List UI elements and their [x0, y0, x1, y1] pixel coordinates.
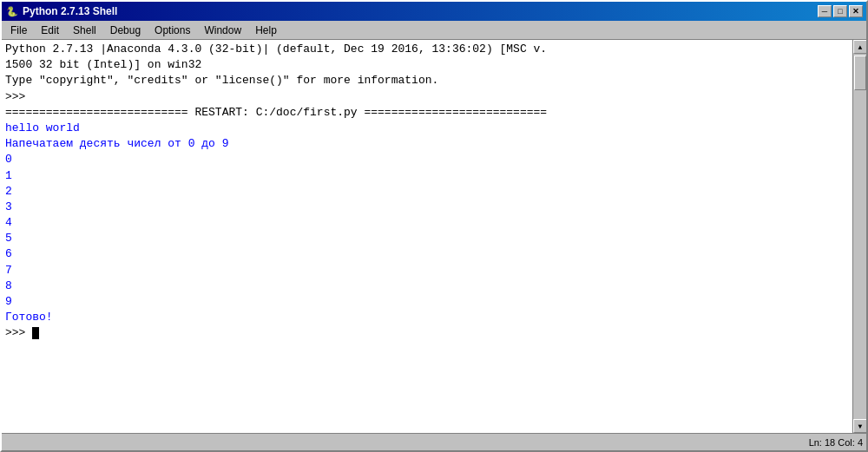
menu-edit[interactable]: Edit: [34, 23, 66, 38]
maximize-button[interactable]: □: [833, 5, 847, 17]
close-button[interactable]: ✕: [849, 5, 863, 17]
scroll-up-button[interactable]: ▲: [853, 40, 866, 54]
menu-bar: File Edit Shell Debug Options Window Hel…: [2, 21, 866, 40]
output-0: 0: [5, 152, 849, 167]
prompt-final[interactable]: >>>: [5, 325, 849, 341]
output-7: 7: [5, 263, 849, 278]
output-6: 6: [5, 246, 849, 262]
output-8: 8: [5, 278, 849, 294]
output-3: 3: [5, 200, 849, 215]
output-napechat: Напечатаем десять чисел от 0 до 9: [5, 136, 849, 152]
output-1: 1: [5, 168, 849, 184]
menu-options[interactable]: Options: [148, 23, 197, 38]
status-bar: Ln: 18 Col: 4: [2, 433, 866, 450]
terminal-output[interactable]: Python 2.7.13 |Anaconda 4.3.0 (32-bit)| …: [2, 40, 852, 433]
output-hello: hello world: [5, 121, 849, 136]
scroll-track[interactable]: [853, 54, 866, 419]
cursor: [32, 327, 39, 339]
restart-separator: =========================== RESTART: C:/…: [5, 105, 849, 121]
minimize-button[interactable]: ─: [818, 5, 832, 17]
python-version-line2: 1500 32 bit (Intel)] on win32: [5, 57, 849, 73]
menu-help[interactable]: Help: [248, 23, 284, 38]
status-text: Ln: 18 Col: 4: [809, 437, 863, 448]
window-title: Python 2.7.13 Shell: [23, 5, 117, 17]
menu-shell[interactable]: Shell: [66, 23, 103, 38]
title-bar-left: 🐍 Python 2.7.13 Shell: [5, 4, 117, 18]
output-9: 9: [5, 294, 849, 310]
scrollbar[interactable]: ▲ ▼: [852, 40, 866, 433]
output-gotovo: Готово!: [5, 310, 849, 325]
output-4: 4: [5, 215, 849, 231]
menu-file[interactable]: File: [3, 23, 34, 38]
python-icon: 🐍: [5, 4, 19, 18]
prompt-initial: >>>: [5, 89, 849, 105]
window-controls: ─ □ ✕: [818, 5, 863, 17]
menu-debug[interactable]: Debug: [103, 23, 148, 38]
scroll-thumb[interactable]: [854, 56, 866, 90]
output-5: 5: [5, 231, 849, 246]
python-version-line1: Python 2.7.13 |Anaconda 4.3.0 (32-bit)| …: [5, 42, 849, 57]
main-window: 🐍 Python 2.7.13 Shell ─ □ ✕ File Edit Sh…: [0, 0, 868, 452]
output-2: 2: [5, 184, 849, 200]
content-area: Python 2.7.13 |Anaconda 4.3.0 (32-bit)| …: [2, 40, 866, 433]
scroll-down-button[interactable]: ▼: [853, 419, 866, 433]
title-bar: 🐍 Python 2.7.13 Shell ─ □ ✕: [2, 2, 866, 21]
python-copyright-line: Type "copyright", "credits" or "license(…: [5, 73, 849, 88]
menu-window[interactable]: Window: [197, 23, 248, 38]
